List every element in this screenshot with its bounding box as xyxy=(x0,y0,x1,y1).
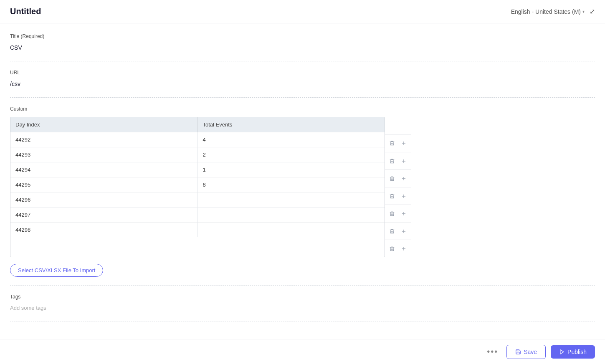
action-row-1 xyxy=(385,152,411,169)
delete-row-button-1[interactable] xyxy=(387,157,397,165)
cell-total-events[interactable] xyxy=(197,192,385,207)
footer: ••• Save Publish xyxy=(0,339,605,364)
cell-day-index[interactable]: 44294 xyxy=(10,162,197,177)
delete-row-button-2[interactable] xyxy=(387,175,397,182)
language-label: English - United States (M) xyxy=(511,8,581,15)
column-header-day-index: Day Index xyxy=(10,117,197,132)
cell-day-index[interactable]: 44295 xyxy=(10,177,197,192)
cell-day-index[interactable]: 44293 xyxy=(10,147,197,162)
divider-1 xyxy=(10,61,595,61)
add-row-button-3[interactable] xyxy=(399,192,408,200)
import-csv-button[interactable]: Select CSV/XLSX File To Import xyxy=(10,264,103,277)
table-row: 442941 xyxy=(10,162,385,177)
cell-total-events[interactable]: 4 xyxy=(197,132,385,147)
tags-input[interactable]: Add some tags xyxy=(10,303,595,313)
add-row-button-6[interactable] xyxy=(399,245,408,253)
table-body: 442924442932442941442958442964429744298 xyxy=(10,132,385,238)
table-row: 442958 xyxy=(10,177,385,192)
table-row: 442932 xyxy=(10,147,385,162)
table-header-row: Day Index Total Events xyxy=(10,117,385,132)
expand-icon[interactable]: ⤢ xyxy=(590,8,595,15)
custom-section: Custom Day Index Total Events 4429244429… xyxy=(10,106,595,277)
delete-row-button-0[interactable] xyxy=(387,139,397,147)
more-options-button[interactable]: ••• xyxy=(487,347,498,356)
page-title: Untitled xyxy=(10,7,41,16)
divider-2 xyxy=(10,97,595,98)
add-row-button-4[interactable] xyxy=(399,210,408,217)
table-row: 442924 xyxy=(10,132,385,147)
divider-4 xyxy=(10,321,595,321)
delete-row-button-4[interactable] xyxy=(387,210,397,217)
tags-label: Tags xyxy=(10,294,595,300)
cell-total-events[interactable]: 2 xyxy=(197,147,385,162)
header-right: English - United States (M) ▾ ⤢ xyxy=(511,8,595,15)
chevron-down-icon: ▾ xyxy=(582,9,585,14)
header: Untitled English - United States (M) ▾ ⤢ xyxy=(0,0,605,23)
data-table-wrapper: Day Index Total Events 44292444293244294… xyxy=(10,117,385,257)
action-row-0 xyxy=(385,134,411,152)
publish-button[interactable]: Publish xyxy=(551,345,595,359)
column-header-total-events: Total Events xyxy=(197,117,385,132)
save-button[interactable]: Save xyxy=(506,345,546,359)
title-section: Title (Required) CSV xyxy=(10,33,595,53)
save-label: Save xyxy=(524,349,537,355)
language-selector[interactable]: English - United States (M) ▾ xyxy=(511,8,585,15)
table-row: 44296 xyxy=(10,192,385,207)
delete-row-button-3[interactable] xyxy=(387,192,397,200)
table-container: Day Index Total Events 44292444293244294… xyxy=(10,117,411,257)
add-row-button-1[interactable] xyxy=(399,157,408,165)
action-row-2 xyxy=(385,169,411,187)
title-label: Title (Required) xyxy=(10,33,595,39)
actions-column xyxy=(385,117,411,257)
add-row-button-5[interactable] xyxy=(399,228,408,235)
cell-total-events[interactable]: 8 xyxy=(197,177,385,192)
publish-label: Publish xyxy=(567,349,587,355)
tags-section: Tags Add some tags xyxy=(10,294,595,313)
title-value[interactable]: CSV xyxy=(10,43,595,53)
save-icon xyxy=(515,349,521,355)
main-content: Title (Required) CSV URL /csv Custom Day… xyxy=(0,23,605,364)
add-row-button-0[interactable] xyxy=(399,139,408,147)
url-value[interactable]: /csv xyxy=(10,79,595,89)
cell-day-index[interactable]: 44296 xyxy=(10,192,197,207)
action-row-4 xyxy=(385,205,411,222)
cell-day-index[interactable]: 44292 xyxy=(10,132,197,147)
cell-total-events[interactable] xyxy=(197,222,385,238)
custom-label: Custom xyxy=(10,106,595,112)
publish-icon xyxy=(559,349,565,355)
cell-day-index[interactable]: 44297 xyxy=(10,207,197,222)
cell-day-index[interactable]: 44298 xyxy=(10,222,197,238)
delete-row-button-6[interactable] xyxy=(387,245,397,253)
url-label: URL xyxy=(10,70,595,76)
table-row: 44297 xyxy=(10,207,385,222)
divider-3 xyxy=(10,285,595,286)
delete-row-button-5[interactable] xyxy=(387,228,397,235)
add-row-button-2[interactable] xyxy=(399,175,408,182)
cell-total-events[interactable] xyxy=(197,207,385,222)
action-row-6 xyxy=(385,240,411,257)
url-section: URL /csv xyxy=(10,70,595,89)
table-row: 44298 xyxy=(10,222,385,238)
data-table: Day Index Total Events 44292444293244294… xyxy=(10,117,385,237)
action-row-5 xyxy=(385,222,411,240)
cell-total-events[interactable]: 1 xyxy=(197,162,385,177)
action-row-3 xyxy=(385,187,411,205)
svg-marker-14 xyxy=(560,349,564,354)
